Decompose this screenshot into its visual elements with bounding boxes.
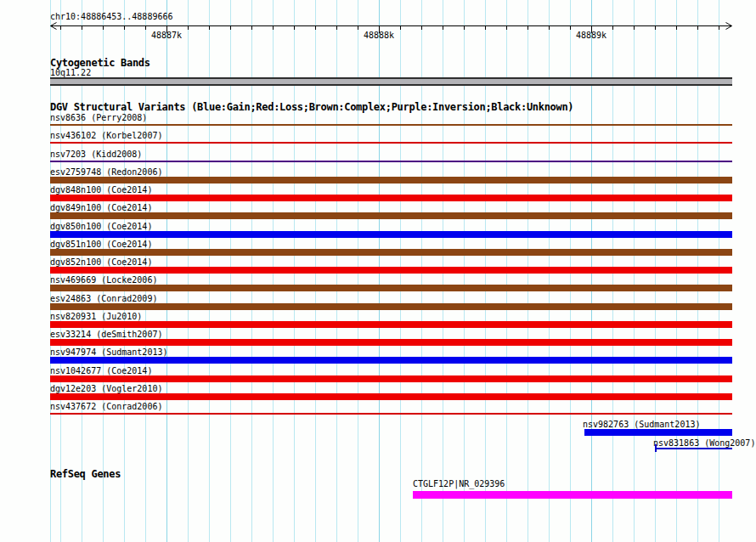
variant-label[interactable]: nsv437672 (Conrad2006) (50, 402, 162, 411)
variant-bar[interactable] (50, 357, 732, 364)
variant-bar[interactable] (50, 161, 732, 162)
gene-label[interactable]: CTGLF12P|NR_029396 (413, 479, 505, 488)
variant-label[interactable]: nsv831863 (Wong2007) (653, 438, 755, 448)
variant-label[interactable]: esv33214 (deSmith2007) (50, 330, 162, 339)
ruler-tick-label: 48887k (151, 31, 182, 40)
cytoband-name-label: 10q11.22 (50, 68, 91, 77)
variant-bar[interactable] (50, 249, 732, 256)
variant-bar[interactable] (50, 195, 732, 201)
variant-label[interactable]: nsv469669 (Locke2006) (50, 275, 157, 285)
variant-label[interactable]: dgv851n100 (Coe2014) (50, 240, 152, 249)
variant-label[interactable]: nsv947974 (Sudmant2013) (50, 347, 167, 357)
variant-bar[interactable] (50, 267, 732, 274)
variant-bar[interactable] (50, 142, 732, 144)
variant-label[interactable]: esv2759748 (Redon2006) (50, 167, 162, 177)
variant-bar[interactable] (50, 285, 732, 291)
variant-label[interactable]: dgv852n100 (Coe2014) (50, 257, 152, 267)
variant-label[interactable]: esv24863 (Conrad2009) (50, 294, 157, 303)
variant-bar[interactable] (50, 375, 732, 382)
variant-bar[interactable] (50, 177, 732, 183)
variant-label[interactable]: nsv7203 (Kidd2008) (50, 150, 142, 159)
variant-bar[interactable] (50, 393, 732, 400)
variant-label[interactable]: nsv8636 (Perry2008) (50, 113, 147, 122)
ruler-tick-label: 48889k (576, 31, 606, 40)
gene-bar[interactable] (413, 491, 732, 499)
variant-label[interactable]: nsv820931 (Ju2010) (50, 312, 142, 321)
ruler-tick-label: 48888k (364, 31, 394, 40)
variant-bar[interactable] (50, 303, 732, 310)
variant-label[interactable]: dgv848n100 (Coe2014) (50, 185, 152, 195)
variant-bar[interactable] (50, 339, 732, 346)
variant-label[interactable]: nsv1042677 (Coe2014) (50, 366, 152, 375)
variant-bar[interactable] (584, 429, 732, 436)
variant-bar[interactable] (50, 212, 732, 219)
variant-label[interactable]: nsv436102 (Korbel2007) (50, 131, 162, 140)
variant-bar[interactable] (50, 321, 732, 328)
variant-bar[interactable] (655, 448, 732, 449)
variant-label[interactable]: dgv849n100 (Coe2014) (50, 203, 152, 212)
variant-bar[interactable] (50, 413, 732, 415)
cytoband-bar[interactable] (50, 77, 732, 86)
variant-bar[interactable] (50, 124, 732, 126)
refseq-section-title: RefSeq Genes (50, 469, 121, 480)
variant-bar[interactable] (50, 231, 732, 238)
variant-label[interactable]: dgv12e203 (Vogler2010) (50, 384, 162, 393)
variant-label[interactable]: nsv982763 (Sudmant2013) (583, 420, 700, 429)
variant-label[interactable]: dgv850n100 (Coe2014) (50, 222, 152, 231)
dgv-section-title: DGV Structural Variants (Blue:Gain;Red:L… (50, 102, 573, 113)
genome-browser-view: { "genome_browser": { "region_label": "c… (0, 0, 756, 542)
